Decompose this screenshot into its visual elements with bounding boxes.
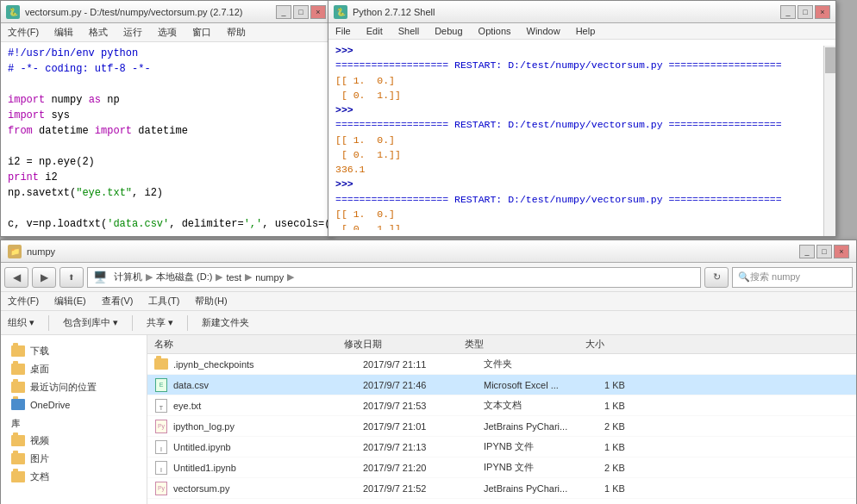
file-date: 2017/9/7 21:53 <box>363 401 484 411</box>
sidebar-item-download[interactable]: 下载 <box>1 342 147 360</box>
file-date: 2017/9/7 21:46 <box>363 380 484 390</box>
file-type: JetBrains PyChari... <box>484 421 604 432</box>
explorer-menu-tools[interactable]: 工具(T) <box>145 294 183 308</box>
shell-scrollbar[interactable] <box>823 46 835 236</box>
explorer-title: numpy <box>27 246 55 257</box>
explorer-titlebar: 📁 numpy _ □ × <box>1 240 856 263</box>
file-size: 1 KB <box>604 483 673 494</box>
shell-output-6: [[ 1. 0.] <box>335 207 829 221</box>
address-bar[interactable]: 🖥️ 计算机 ▶ 本地磁盘 (D:) ▶ test ▶ numpy ▶ <box>87 267 701 288</box>
file-size: 1 KB <box>604 442 673 452</box>
editor-menu-window[interactable]: 窗口 <box>189 25 215 40</box>
file-row[interactable]: I Untitled1.ipynb 2017/9/7 21:20 IPYNB 文… <box>147 457 856 478</box>
folder-icon <box>11 471 25 482</box>
address-drive[interactable]: 本地磁盘 (D:) <box>156 271 212 283</box>
file-type: 文件夹 <box>484 358 604 370</box>
toolbar-divider-2 <box>132 315 133 331</box>
file-row[interactable]: .ipynb_checkpoints 2017/9/7 21:11 文件夹 <box>147 354 856 375</box>
file-row[interactable]: T eye.txt 2017/9/7 21:53 文本文档 1 KB <box>147 395 856 416</box>
explorer-sidebar: 下载 桌面 最近访问的位置 OneDrive 库 视频 图片 <box>1 335 147 504</box>
col-header-date[interactable]: 修改日期 <box>344 338 465 351</box>
explorer-menu-view[interactable]: 查看(V) <box>98 294 137 308</box>
code-line-13: vwap = np.average(c, weights=v) <box>8 232 324 233</box>
address-numpy[interactable]: numpy <box>255 272 284 283</box>
explorer-close-btn[interactable]: × <box>834 245 849 258</box>
shell-prompt-2: >>> <box>335 103 829 117</box>
shell-prompt-3: >>> <box>335 177 829 191</box>
explorer-menu-edit[interactable]: 编辑(E) <box>51 294 90 308</box>
shell-menu-options[interactable]: Options <box>475 25 515 37</box>
explorer-maximize-btn[interactable]: □ <box>816 245 832 258</box>
shell-output-3: [[ 1. 0.] <box>335 133 829 147</box>
sidebar-item-video[interactable]: 视频 <box>1 432 147 450</box>
sidebar-label-desktop: 桌面 <box>30 363 49 376</box>
address-test[interactable]: test <box>226 272 241 283</box>
editor-menu-file[interactable]: 文件(F) <box>4 25 42 40</box>
col-header-type[interactable]: 类型 <box>465 338 585 351</box>
toolbar-organize[interactable]: 组织 ▾ <box>8 316 34 329</box>
code-line-6: from datetime import datetime <box>8 123 324 139</box>
sidebar-item-docs[interactable]: 文档 <box>1 468 147 486</box>
file-icon-ipynb: I <box>154 440 168 454</box>
editor-menu-options[interactable]: 选项 <box>154 25 180 40</box>
code-line-7 <box>8 139 324 154</box>
address-computer[interactable]: 计算机 <box>114 271 142 283</box>
shell-menu-shell[interactable]: Shell <box>395 25 422 37</box>
col-header-size[interactable]: 大小 <box>585 338 654 351</box>
shell-menu-window[interactable]: Window <box>523 25 564 37</box>
sidebar-item-pictures[interactable]: 图片 <box>1 450 147 468</box>
explorer-back-btn[interactable]: ◀ <box>4 267 28 288</box>
file-row[interactable]: I Untitled.ipynb 2017/9/7 21:13 IPYNB 文件… <box>147 437 856 457</box>
explorer-body: 下载 桌面 最近访问的位置 OneDrive 库 视频 图片 <box>1 335 856 504</box>
toolbar-new-folder[interactable]: 新建文件夹 <box>202 316 249 329</box>
shell-menu-file[interactable]: File <box>332 25 354 37</box>
explorer-refresh-btn[interactable]: ↻ <box>704 267 729 288</box>
col-header-name[interactable]: 名称 <box>154 338 344 351</box>
editor-close-btn[interactable]: × <box>310 5 326 19</box>
shell-menu-debug[interactable]: Debug <box>431 25 466 37</box>
explorer-minimize-btn[interactable]: _ <box>799 245 815 258</box>
explorer-toolbar: 组织 ▾ 包含到库中 ▾ 共享 ▾ 新建文件夹 <box>1 311 856 335</box>
toolbar-add-library[interactable]: 包含到库中 ▾ <box>63 316 118 329</box>
shell-scrollbar-thumb[interactable] <box>825 47 835 73</box>
explorer-up-btn[interactable]: ⬆ <box>59 267 84 288</box>
code-line-4: import numpy as np <box>8 92 324 108</box>
shell-menu-edit[interactable]: Edit <box>363 25 386 37</box>
sidebar-section-library: 库 <box>1 413 147 432</box>
sidebar-item-recent[interactable]: 最近访问的位置 <box>1 378 147 396</box>
explorer-forward-btn[interactable]: ▶ <box>32 267 56 288</box>
sidebar-item-onedrive[interactable]: OneDrive <box>1 396 147 413</box>
shell-output-area[interactable]: >>> =================== RESTART: D:/test… <box>328 40 835 230</box>
folder-icon <box>11 364 25 375</box>
file-type: 文本文档 <box>484 399 604 412</box>
editor-menu-format[interactable]: 格式 <box>85 25 111 40</box>
file-date: 2017/9/7 21:20 <box>363 463 484 473</box>
file-row[interactable]: Py vectorsum.py 2017/9/7 21:52 JetBrains… <box>147 478 856 499</box>
explorer-menu-file[interactable]: 文件(F) <box>4 294 42 308</box>
editor-menu-run[interactable]: 运行 <box>120 25 146 40</box>
toolbar-share[interactable]: 共享 ▾ <box>147 316 173 329</box>
file-row[interactable]: Py ipython_log.py 2017/9/7 21:01 JetBrai… <box>147 416 856 437</box>
file-icon-excel: E <box>154 378 168 392</box>
file-name: data.csv <box>173 380 363 390</box>
shell-maximize-btn[interactable]: □ <box>798 5 813 19</box>
shell-titlebar-left: 🐍 Python 2.7.12 Shell <box>334 5 435 19</box>
file-icon-txt: T <box>154 399 168 413</box>
explorer-icon: 📁 <box>8 245 22 258</box>
shell-close-btn[interactable]: × <box>815 5 830 19</box>
file-row[interactable]: E data.csv 2017/9/7 21:46 Microsoft Exce… <box>147 375 856 395</box>
editor-maximize-btn[interactable]: □ <box>293 5 309 19</box>
editor-minimize-btn[interactable]: _ <box>276 5 291 19</box>
explorer-menu-help[interactable]: 帮助(H) <box>191 294 230 308</box>
file-type: IPYNB 文件 <box>484 440 604 453</box>
shell-controls: _ □ × <box>780 5 830 19</box>
sidebar-label-onedrive: OneDrive <box>30 400 70 410</box>
sidebar-item-desktop[interactable]: 桌面 <box>1 360 147 378</box>
editor-code-area[interactable]: #!/usr/bin/env python # -*- coding: utf-… <box>1 42 331 233</box>
file-type: IPYNB 文件 <box>484 461 604 474</box>
shell-menu-help[interactable]: Help <box>572 25 599 37</box>
editor-menu-edit[interactable]: 编辑 <box>51 25 77 40</box>
search-box[interactable]: 🔍 搜索 numpy <box>732 267 853 288</box>
shell-minimize-btn[interactable]: _ <box>780 5 796 19</box>
editor-menu-help[interactable]: 帮助 <box>223 25 249 40</box>
